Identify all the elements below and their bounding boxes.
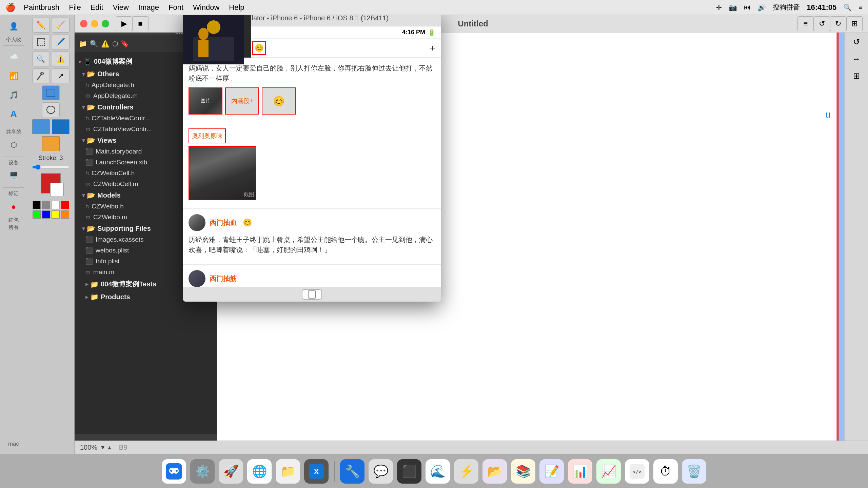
fill-color-swatch[interactable]: [32, 119, 50, 134]
dock-finder-2[interactable]: 📁: [276, 459, 300, 484]
zoom-down-btn[interactable]: ▼: [100, 445, 105, 451]
post-4-header: 西门抽筋: [189, 270, 435, 287]
nav-device-monitor[interactable]: 🖥️: [2, 167, 25, 185]
dock-safari[interactable]: 🌐: [247, 459, 272, 484]
stroke-slider[interactable]: [32, 164, 70, 170]
search-icon[interactable]: 🔍: [843, 3, 852, 12]
nav-wifi[interactable]: 📶: [2, 67, 25, 85]
dock-trash[interactable]: 🗑️: [682, 459, 706, 484]
eraser-tool[interactable]: 🧹: [52, 18, 70, 33]
help-menu[interactable]: Help: [229, 3, 244, 12]
post-img-1[interactable]: 图片: [189, 87, 222, 115]
nav-red-tag[interactable]: ●: [2, 198, 25, 216]
edit-menu[interactable]: Edit: [91, 3, 103, 12]
dock-filezilla[interactable]: 📂: [482, 459, 507, 484]
refresh-icon[interactable]: ↺: [848, 35, 865, 49]
color-swatch-orange[interactable]: [42, 136, 60, 151]
dock-instruments[interactable]: ⏱: [653, 459, 678, 484]
swatch-gray[interactable]: [42, 201, 50, 209]
dock-thunder[interactable]: ⚡: [454, 459, 478, 484]
swatch-blue[interactable]: [42, 210, 50, 219]
dock-wps[interactable]: 📝: [539, 459, 564, 484]
post-img-label-1[interactable]: 内涵段+: [225, 87, 259, 115]
pb-undo[interactable]: ↺: [814, 16, 830, 31]
dock-wechat[interactable]: 💬: [369, 459, 393, 484]
weibo-add-button[interactable]: +: [430, 43, 435, 54]
panel-icon-1[interactable]: ↔: [848, 52, 865, 66]
foreground-color[interactable]: [41, 173, 61, 194]
wand-tool[interactable]: 🖊️: [52, 35, 70, 49]
font-menu[interactable]: Font: [169, 3, 183, 12]
pb-toolbar-stop[interactable]: ■: [132, 16, 149, 31]
post-1-text: 妈妈说，女人一定要爱自己的脸，别人打你左脸，你再把右脸伸过去让他打，不然粉底不一…: [189, 63, 435, 83]
weibo-feed[interactable]: 妈妈说，女人一定要爱自己的脸，别人打你左脸，你再把右脸伸过去让他打，不然粉底不一…: [183, 58, 441, 287]
dock-xcode[interactable]: X: [304, 459, 329, 484]
dock-powerpoint[interactable]: 📊: [568, 459, 592, 484]
info-tool[interactable]: ⚠️: [52, 52, 70, 66]
swatch-white[interactable]: [52, 201, 60, 209]
panel-icon-2[interactable]: ⊞: [848, 68, 865, 83]
pb-panel-toggle[interactable]: ⊞: [846, 16, 863, 31]
svg-point-4: [47, 106, 55, 114]
right-edge-stripe: [837, 15, 844, 454]
pb-min-btn[interactable]: [91, 20, 98, 27]
cursor-icon: ✛: [716, 3, 722, 12]
zoom-up-btn[interactable]: ▲: [107, 445, 112, 451]
zoom-controls[interactable]: ▼ ▲: [100, 445, 112, 451]
dock-migrate[interactable]: 🔧: [340, 459, 364, 484]
apple-menu[interactable]: 🍎: [5, 3, 16, 12]
input-method[interactable]: 搜狗拼音: [773, 3, 800, 12]
code-char-u: u: [825, 110, 831, 120]
nav-personal[interactable]: 👤: [2, 18, 25, 35]
nav-cloud[interactable]: ☁️: [2, 48, 25, 66]
menu-icon[interactable]: ≡: [859, 3, 863, 11]
select-tool[interactable]: [32, 35, 50, 49]
dock-goldendict[interactable]: 📚: [511, 459, 535, 484]
dock-launchpad[interactable]: 🚀: [219, 459, 243, 484]
pb-max-btn[interactable]: [102, 20, 109, 27]
home-button[interactable]: [308, 290, 316, 299]
swatch-yellow[interactable]: [52, 210, 60, 219]
background-color[interactable]: [50, 183, 64, 196]
app-name-menu[interactable]: Paintbrush: [24, 3, 59, 12]
pb-toolbar-play[interactable]: ▶: [116, 16, 132, 31]
file-menu[interactable]: File: [69, 3, 81, 12]
dock-system-prefs[interactable]: ⚙️: [190, 459, 215, 484]
pb-list-view[interactable]: ≡: [797, 16, 814, 31]
nav-bookmark-icon[interactable]: 🔖: [121, 40, 129, 48]
arrow-tool[interactable]: ↗: [52, 68, 70, 83]
dock-excel[interactable]: 📈: [596, 459, 621, 484]
swatch-red[interactable]: [61, 201, 69, 209]
swatch-orange[interactable]: [61, 210, 69, 219]
zoom-tool[interactable]: 🔍: [32, 52, 50, 66]
post-2-large-image[interactable]: 截图: [189, 146, 256, 200]
pb-redo[interactable]: ↻: [830, 16, 846, 31]
stroke-slider-container[interactable]: [28, 164, 73, 170]
nav-warning-icon[interactable]: ⚠️: [101, 40, 110, 48]
nav-shared[interactable]: ⬡: [2, 136, 25, 154]
dock-vpn[interactable]: 🌊: [426, 459, 450, 484]
weibo-emoji-button[interactable]: 😊: [252, 41, 266, 55]
image-menu[interactable]: Image: [138, 3, 159, 12]
right-panel-icons: ≡ ↺ ↔ ⊞: [844, 15, 868, 454]
oval-tool[interactable]: [42, 102, 60, 117]
swatch-black[interactable]: [33, 201, 41, 209]
dock-terminal[interactable]: ⬛: [397, 459, 421, 484]
home-button-area[interactable]: [302, 289, 322, 300]
view-menu[interactable]: View: [113, 3, 129, 12]
window-menu[interactable]: Window: [193, 3, 219, 12]
dock-finder[interactable]: [162, 459, 186, 484]
pb-close-btn[interactable]: [80, 20, 87, 27]
nav-git-icon[interactable]: ⬡: [112, 40, 118, 48]
nav-search-icon[interactable]: 🔍: [90, 40, 98, 48]
eyedropper-tool[interactable]: [32, 68, 50, 83]
nav-music[interactable]: 🎵: [2, 86, 25, 104]
post-img-emoji-1[interactable]: 😊: [262, 87, 296, 115]
nav-folder-icon[interactable]: 📁: [79, 40, 87, 48]
rect-outline-tool[interactable]: [42, 85, 60, 100]
pencil-tool[interactable]: ✏️: [32, 18, 50, 33]
dock-developer-app[interactable]: </>: [625, 459, 649, 484]
swatch-green[interactable]: [33, 210, 41, 219]
stroke-color-swatch[interactable]: [52, 119, 70, 134]
nav-text[interactable]: A: [2, 105, 25, 123]
